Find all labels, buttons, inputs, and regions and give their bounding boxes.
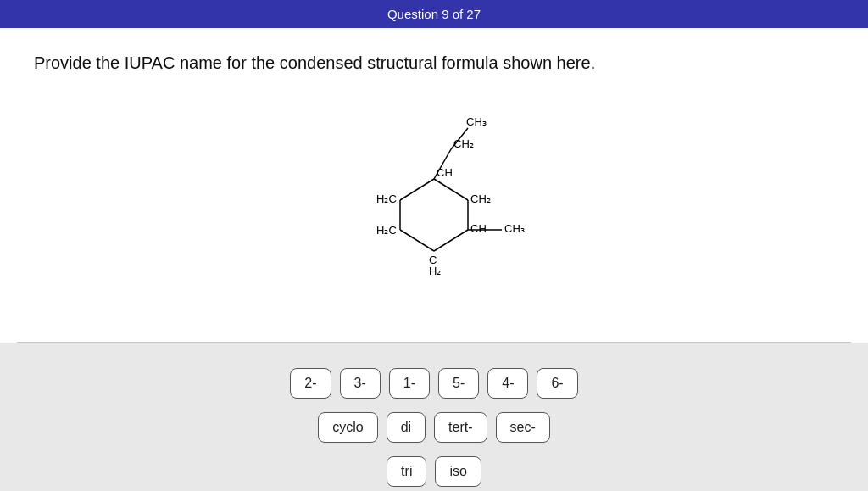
chemical-structure: H₂C H₂C CH CH₂ CH C H₂ CH₂ CH₃ CH₃: [341, 90, 527, 285]
btn-6[interactable]: 6-: [537, 368, 577, 399]
label-ch3-top: CH₃: [466, 115, 487, 128]
btn-cyclo[interactable]: cyclo: [318, 412, 377, 443]
btn-sec[interactable]: sec-: [496, 412, 550, 443]
btn-4[interactable]: 4-: [487, 368, 528, 399]
label-h2-bottom: H₂: [429, 265, 441, 277]
label-ch-lowerright: CH: [470, 222, 487, 235]
answer-area: 2- 3- 1- 5- 4- 6- cyclo di tert- sec- tr…: [0, 343, 868, 491]
svg-line-5: [400, 179, 434, 200]
header: Question 9 of 27: [0, 0, 868, 28]
label-ch2-upperright: CH₂: [470, 192, 491, 205]
button-row-3: tri iso: [387, 456, 481, 487]
label-ch2-sub: CH₂: [453, 137, 474, 150]
btn-3[interactable]: 3-: [340, 368, 381, 399]
btn-5[interactable]: 5-: [438, 368, 479, 399]
label-h2c-upperleft: H₂C: [376, 192, 397, 205]
label-ch-top: CH: [437, 166, 453, 179]
btn-tert[interactable]: tert-: [434, 412, 487, 443]
btn-2[interactable]: 2-: [290, 368, 331, 399]
label-h2c-lowerleft: H₂C: [376, 224, 397, 237]
btn-di[interactable]: di: [387, 412, 426, 443]
button-row-1: 2- 3- 1- 5- 4- 6-: [290, 368, 577, 399]
btn-1[interactable]: 1-: [389, 368, 430, 399]
question-counter: Question 9 of 27: [387, 7, 481, 21]
svg-line-3: [400, 230, 434, 251]
btn-iso[interactable]: iso: [435, 456, 481, 487]
svg-line-0: [434, 179, 468, 200]
btn-tri[interactable]: tri: [387, 456, 426, 487]
button-row-2: cyclo di tert- sec-: [318, 412, 550, 443]
svg-line-2: [434, 230, 468, 251]
question-text: Provide the IUPAC name for the condensed…: [34, 53, 834, 73]
structure-container: H₂C H₂C CH CH₂ CH C H₂ CH₂ CH₃ CH₃: [34, 90, 834, 285]
question-area: Provide the IUPAC name for the condensed…: [0, 28, 868, 342]
label-ch3-right: CH₃: [504, 222, 525, 235]
